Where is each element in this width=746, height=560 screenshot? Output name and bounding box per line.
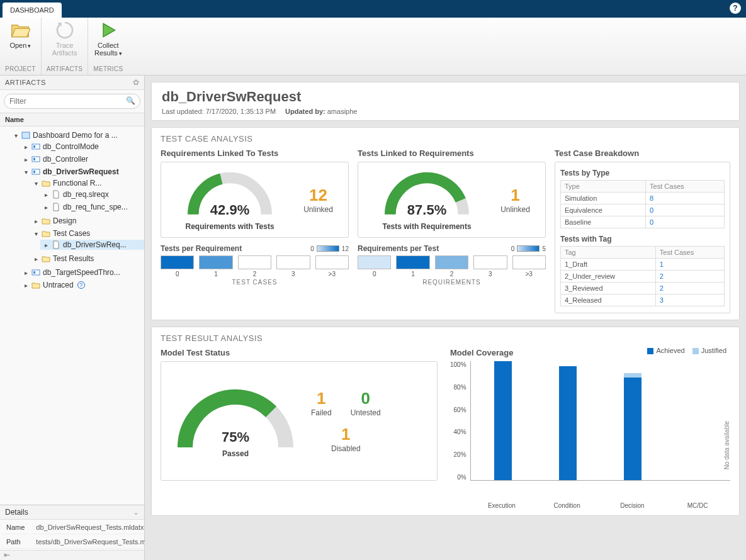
tree-file[interactable]: ▸db_req_func_spe... bbox=[40, 202, 144, 212]
tree-item[interactable]: ▸Untraced ? bbox=[20, 280, 144, 290]
scale-max: 12 bbox=[342, 245, 349, 252]
scale-min: 0 bbox=[310, 245, 314, 252]
status-title: Model Test Status bbox=[161, 348, 438, 357]
svg-rect-7 bbox=[32, 270, 40, 275]
tree-item[interactable]: ▸db_TargetSpeedThro... bbox=[20, 267, 144, 277]
tree-item[interactable]: ▸db_Controller bbox=[20, 154, 144, 164]
unlinked-label: Unlinked bbox=[303, 205, 333, 214]
folder-icon bbox=[42, 254, 50, 263]
ribbon: Open PROJECT Trace Artifacts ARTIFACTS C… bbox=[0, 18, 746, 76]
trace-icon bbox=[55, 20, 75, 40]
help-icon[interactable]: ? bbox=[730, 3, 741, 14]
untested-count: 0 bbox=[351, 389, 381, 408]
file-icon bbox=[52, 203, 60, 211]
hist-axis: REQUIREMENTS bbox=[358, 279, 546, 286]
tree-root[interactable]: ▾Dashboard Demo for a ... bbox=[10, 130, 144, 140]
details-panel: Details⌄ Namedb_DriverSwRequest_Tests.ml… bbox=[0, 505, 144, 550]
tree-folder[interactable]: ▾Test Cases bbox=[30, 228, 144, 238]
details-title: Details bbox=[5, 508, 28, 517]
title-bar: DASHBOARD ? bbox=[0, 0, 746, 18]
model-icon bbox=[31, 167, 40, 176]
artifacts-panel-title: ARTIFACTS bbox=[5, 79, 46, 86]
by-tag-title: Tests with Tag bbox=[560, 235, 725, 244]
rpt-histogram[interactable]: 0 1 2 3 >3 bbox=[358, 255, 546, 277]
details-name-label: Name bbox=[1, 521, 30, 534]
artifact-tree[interactable]: ▾Dashboard Demo for a ... ▸db_ControlMod… bbox=[0, 126, 144, 505]
updated-label: Last updated: bbox=[162, 108, 204, 115]
search-icon[interactable]: 🔍 bbox=[126, 96, 135, 105]
coverage-legend: Achieved Justified bbox=[647, 347, 726, 354]
info-icon[interactable]: ? bbox=[77, 281, 85, 289]
section-title: TEST RESULT ANALYSIS bbox=[161, 333, 730, 343]
folder-icon bbox=[42, 229, 50, 238]
open-button[interactable]: Open bbox=[9, 42, 31, 49]
details-path-label: Path bbox=[1, 535, 30, 549]
panel-settings-icon[interactable]: ✿ bbox=[133, 78, 140, 87]
gradient-legend bbox=[517, 245, 540, 252]
collect-results-button[interactable]: Collect Results bbox=[94, 42, 122, 57]
file-icon bbox=[52, 190, 60, 199]
disabled-count: 1 bbox=[331, 425, 361, 444]
tab-dashboard[interactable]: DASHBOARD bbox=[3, 3, 62, 18]
tpr-histogram[interactable]: 0 1 2 3 >3 bbox=[161, 255, 349, 277]
y-axis: 100% 80% 60% 40% 20% 0% bbox=[450, 361, 470, 481]
chevron-down-icon[interactable]: ⌄ bbox=[133, 508, 139, 517]
gauge-label: Requirements with Tests bbox=[176, 222, 283, 231]
folder-icon bbox=[42, 216, 50, 225]
tpr-title: Tests per Requirement bbox=[161, 244, 242, 253]
tree-folder[interactable]: ▾Functional R... bbox=[30, 178, 144, 188]
svg-rect-5 bbox=[32, 169, 40, 174]
coverage-chart[interactable]: 100% 80% 60% 40% 20% 0% No data availabl… bbox=[450, 361, 730, 500]
tree-item[interactable]: ▸db_ControlMode bbox=[20, 142, 144, 152]
status-card[interactable]: 75% Passed 1Failed 0Untested 1Disabled bbox=[161, 361, 438, 481]
tree-folder[interactable]: ▸Test Results bbox=[30, 254, 144, 264]
open-icon[interactable] bbox=[10, 20, 30, 40]
filter-input[interactable] bbox=[4, 94, 140, 109]
tests-linked-title: Tests Linked to Requirements bbox=[358, 148, 546, 158]
panel-footer: ⇤ bbox=[0, 550, 144, 560]
svg-rect-8 bbox=[33, 271, 35, 274]
svg-rect-0 bbox=[22, 132, 30, 138]
tree-file-selected[interactable]: ▸db_DriverSwReq... bbox=[40, 240, 144, 250]
by-tag-table[interactable]: TagTest Cases 1_Draft1 2_Under_review2 3… bbox=[560, 246, 725, 306]
breakdown-title: Test Case Breakdown bbox=[555, 148, 730, 158]
section-title: TEST CASE ANALYSIS bbox=[161, 134, 730, 143]
no-data-label: No data available bbox=[723, 421, 730, 469]
folder-icon bbox=[31, 281, 40, 289]
disabled-label: Disabled bbox=[331, 444, 361, 453]
svg-rect-3 bbox=[32, 157, 40, 162]
ribbon-section-artifacts: ARTIFACTS bbox=[47, 64, 83, 75]
tree-item[interactable]: ▾db_DriverSwRequest bbox=[20, 167, 144, 177]
unlinked-label: Unlinked bbox=[500, 205, 530, 214]
scale-max: 5 bbox=[542, 245, 546, 252]
svg-rect-4 bbox=[33, 158, 35, 160]
tree-folder[interactable]: ▸Design bbox=[30, 216, 144, 226]
model-icon bbox=[31, 155, 40, 164]
ribbon-section-metrics: METRICS bbox=[93, 64, 123, 75]
tests-linked-card[interactable]: 87.5% Tests with Requirements 1 Unlinked bbox=[358, 162, 546, 238]
x-axis: Execution Condition Decision MC/DC bbox=[469, 500, 730, 509]
req-linked-card[interactable]: 42.9% Requirements with Tests 12 Unlinke… bbox=[161, 162, 349, 238]
failed-label: Failed bbox=[311, 408, 332, 417]
model-icon bbox=[31, 142, 40, 151]
by-type-table[interactable]: TypeTest Cases Simulation8 Equivalence0 … bbox=[560, 180, 725, 228]
failed-count: 1 bbox=[311, 389, 332, 408]
trace-artifacts-button: Trace Artifacts bbox=[52, 42, 77, 57]
updated-by-label: Updated by: bbox=[285, 108, 325, 115]
gauge-label: Tests with Requirements bbox=[373, 222, 480, 231]
updated-value: 7/17/2020, 1:35:13 PM bbox=[206, 108, 276, 115]
updated-by-value: amasiphe bbox=[327, 108, 358, 115]
test-result-analysis-section: TEST RESULT ANALYSIS Model Test Status 7… bbox=[151, 327, 740, 516]
by-type-title: Tests by Type bbox=[560, 169, 725, 177]
scale-min: 0 bbox=[511, 245, 515, 252]
svg-rect-1 bbox=[32, 144, 40, 149]
folder-icon bbox=[42, 179, 50, 188]
collect-icon[interactable] bbox=[98, 20, 118, 40]
tree-file[interactable]: ▸db_req.slreqx bbox=[40, 189, 144, 199]
hist-axis: TEST CASES bbox=[161, 279, 349, 286]
model-icon bbox=[31, 268, 40, 277]
file-icon bbox=[52, 240, 60, 249]
test-case-analysis-section: TEST CASE ANALYSIS Requirements Linked T… bbox=[151, 127, 740, 320]
rpt-title: Requirements per Test bbox=[358, 244, 439, 253]
page-header: db_DriverSwRequest Last updated: 7/17/20… bbox=[151, 82, 740, 121]
